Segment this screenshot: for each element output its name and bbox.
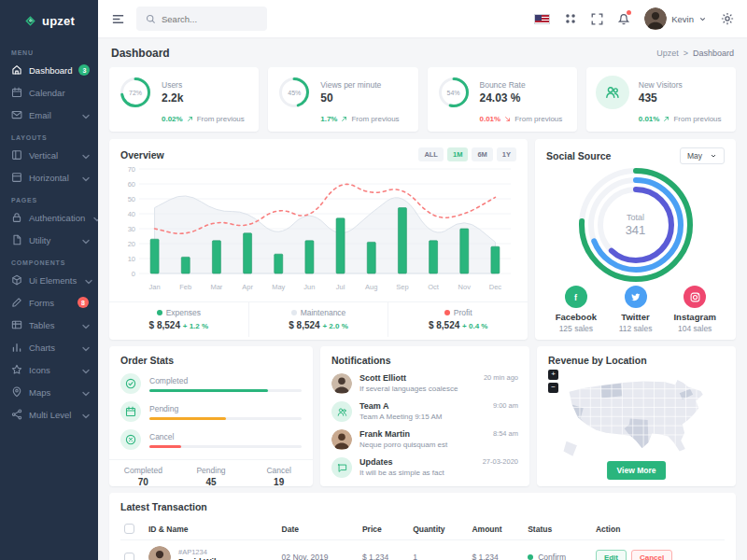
edit-button[interactable]: Edit [596, 550, 627, 560]
stat-card-users: 72%Users 2.2k0.02%From previous [109, 67, 259, 132]
social-sales: 104 sales [665, 324, 725, 333]
social-item-instagram[interactable]: Instagram104 sales [665, 286, 725, 333]
notification-dot [627, 10, 631, 15]
legend-amount: $ 8,524 [289, 320, 319, 330]
status-badge: Confirm [528, 553, 588, 560]
sidebar-item-label: Tables [29, 320, 74, 330]
overview-chart: 010203040506070JanFebMarAprMayJunJulAugS… [120, 161, 516, 300]
cancel-button[interactable]: Cancel [631, 550, 672, 560]
social-sales: 112 sales [606, 324, 666, 333]
stat-icon-bubble [596, 76, 629, 109]
file-icon [11, 234, 22, 245]
sidebar-item-dashboard[interactable]: Dashboard3 [0, 59, 98, 81]
user-menu[interactable]: Kevin [644, 7, 707, 30]
stat-card-bounce-rate: 54%Bounce Rate 24.03 %0.01%From previous [428, 67, 577, 132]
brand-logo[interactable]: upzet [0, 0, 98, 41]
order-stats-card: Order Stats Completed Pending Cancel Com… [109, 346, 313, 486]
order-stat-completed: Completed [120, 373, 302, 394]
view-more-button[interactable]: View More [607, 461, 667, 480]
notification-item[interactable]: Team ATeam A Meeting 9:15 AM9:00 am [331, 401, 518, 422]
sidebar-item-icons[interactable]: Icons [0, 358, 98, 381]
breadcrumb-current: Dashboard [693, 49, 734, 58]
search-input[interactable] [162, 14, 255, 24]
map-zoom-in-button[interactable]: + [548, 370, 558, 380]
legend-item-profit: Profit $ 8,524 + 0.4 % [388, 302, 528, 337]
sidebar: upzet MENUDashboard3CalendarEmailLAYOUTS… [0, 0, 98, 560]
chevron-down-icon [710, 152, 717, 160]
notification-item[interactable]: Frank MartinNeque porro quisquam est8:54… [331, 429, 518, 450]
transaction-id: #AP1234 [178, 548, 225, 556]
page-content: Dashboard Upzet > Dashboard 72%Users 2.2… [98, 37, 747, 560]
sidebar-section-label: LAYOUTS [0, 126, 98, 144]
sidebar-item-charts[interactable]: Charts [0, 336, 98, 358]
bell-icon[interactable] [617, 12, 630, 25]
sidebar-badge: 3 [78, 64, 90, 76]
sidebar-item-label: Authentication [29, 213, 85, 223]
stat-title: Views per minute [320, 80, 381, 90]
main-area: Kevin Dashboard Upzet > Dashboard [98, 0, 747, 560]
sidebar-item-vertical[interactable]: Vertical [0, 144, 98, 166]
range-button-1y[interactable]: 1Y [497, 147, 516, 161]
sidebar-item-email[interactable]: Email [0, 104, 98, 126]
chevron-down-icon [80, 151, 89, 160]
sidebar-item-multi-level[interactable]: Multi Level [0, 403, 98, 426]
sidebar-section-label: MENU [0, 41, 98, 59]
sidebar-item-horizontal[interactable]: Horizontal [0, 166, 98, 189]
social-item-twitter[interactable]: Twitter112 sales [606, 286, 666, 333]
breadcrumb-separator: > [684, 49, 688, 58]
svg-text:f: f [574, 292, 577, 301]
stat-progress-ring: 54% [437, 76, 471, 109]
sidebar-item-authentication[interactable]: Authentication [0, 206, 98, 229]
select-all-checkbox[interactable] [124, 524, 134, 534]
notification-time: 20 min ago [484, 373, 518, 382]
progress-fill [149, 445, 181, 448]
stat-value: 24.03 % [480, 91, 526, 105]
transactions-title: Latest Transaction [120, 501, 207, 512]
sidebar-item-tables[interactable]: Tables [0, 314, 98, 336]
transactions-table: ID & NameDatePriceQuantityAmountStatusAc… [120, 518, 725, 560]
sidebar-item-calendar[interactable]: Calendar [0, 81, 98, 104]
range-buttons: ALL1M6M1Y [418, 147, 516, 161]
column-header-date: Date [278, 518, 359, 540]
fullscreen-icon[interactable] [591, 13, 603, 25]
sidebar-item-maps[interactable]: Maps [0, 381, 98, 403]
svg-text:Jun: Jun [303, 283, 315, 291]
map-zoom-out-button[interactable]: − [548, 383, 558, 393]
notification-item[interactable]: Scott ElliottIf several languages coales… [331, 373, 518, 394]
apps-grid-icon[interactable] [564, 12, 577, 25]
gear-icon[interactable] [721, 12, 734, 25]
language-flag-icon[interactable] [534, 14, 550, 24]
range-button-all[interactable]: ALL [418, 147, 444, 161]
home-icon [11, 64, 22, 76]
stat-title: New Visitors [639, 80, 683, 90]
sidebar-item-utility[interactable]: Utility [0, 229, 98, 251]
message-icon [331, 457, 352, 478]
menu-toggle-icon[interactable] [111, 12, 125, 26]
us-map[interactable] [562, 368, 711, 461]
legend-label: Profit [454, 308, 472, 317]
social-source-card: Social Source May Total 341 fFacebook125… [535, 139, 736, 340]
search-box[interactable] [136, 7, 267, 31]
range-button-1m[interactable]: 1M [447, 147, 468, 161]
box-icon [11, 274, 22, 286]
column-header-amount: Amount [468, 518, 524, 540]
sidebar-item-ui-elements[interactable]: Ui Elements [0, 269, 98, 291]
sidebar-section-label: COMPONENTS [0, 251, 98, 269]
range-button-6m[interactable]: 6M [472, 147, 492, 161]
overview-title: Overview [120, 149, 164, 161]
svg-text:50: 50 [128, 195, 135, 203]
svg-text:Jan: Jan [149, 283, 161, 291]
notification-item[interactable]: UpdatesIt will be as simple as fact27-03… [331, 457, 518, 478]
revenue-card: Revenue by Location + − [537, 346, 736, 486]
row-checkbox[interactable] [124, 553, 134, 560]
sidebar-section-label: PAGES [0, 189, 98, 206]
check-circle-icon [120, 373, 141, 394]
period-select[interactable]: May [680, 147, 725, 164]
order-label: Completed [149, 376, 302, 385]
bar-chart-icon [11, 342, 22, 353]
avatar [331, 429, 352, 450]
sidebar-item-forms[interactable]: Forms8 [0, 291, 98, 314]
breadcrumb-root[interactable]: Upzet [656, 49, 679, 58]
notification-name: Team A [359, 401, 486, 411]
social-item-facebook[interactable]: fFacebook125 sales [546, 286, 606, 333]
